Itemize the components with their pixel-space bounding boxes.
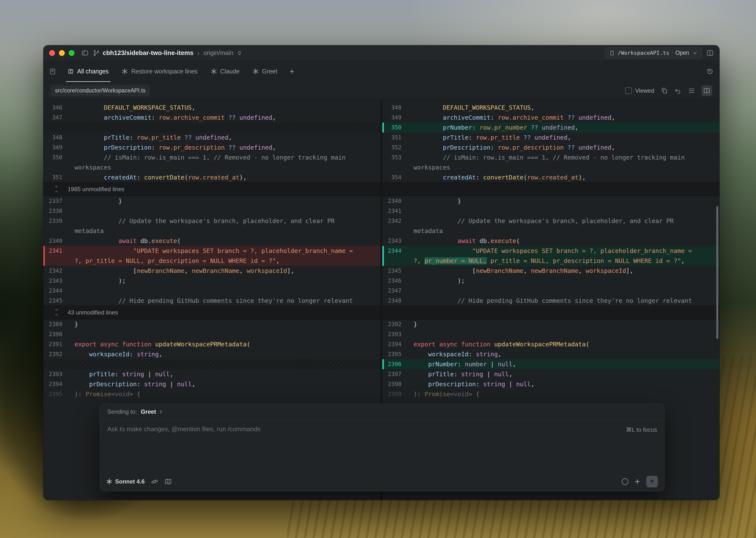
- diff-row: 2398 prDescription: string | null,: [382, 379, 720, 389]
- sparkle-icon: [106, 479, 112, 484]
- code-line: [407, 286, 720, 296]
- line-number: 2346: [384, 276, 407, 286]
- toolbar-actions: Viewed: [625, 85, 712, 96]
- pill-open-label[interactable]: Open: [675, 50, 689, 56]
- layout-columns-icon[interactable]: [706, 49, 714, 57]
- scrollbar-thumb[interactable]: [716, 206, 718, 339]
- line-number: 349: [384, 113, 407, 123]
- diff-row: 2348 // Hide pending GitHub comments sin…: [382, 296, 720, 306]
- code-line: // Hide pending GitHub comments since th…: [68, 296, 380, 306]
- tab-claude[interactable]: Claude: [205, 61, 245, 82]
- arrow-up-icon: [649, 478, 655, 485]
- line-number: 2394: [384, 339, 407, 349]
- line-number: [45, 123, 68, 133]
- diff-row: 347 archiveCommit: row.archive_commit ??…: [43, 113, 380, 123]
- line-number: 2337: [45, 196, 68, 206]
- code-line: [newBranchName, newBranchName, workspace…: [407, 266, 720, 276]
- code-line: // Hide pending GitHub comments since th…: [407, 296, 720, 306]
- line-number: [45, 162, 68, 173]
- code-line: prTitle: row.pr_title ?? undefined,: [407, 133, 720, 142]
- expand-up-button[interactable]: [54, 189, 59, 194]
- tab-all-changes[interactable]: All changes: [62, 61, 114, 82]
- diff-row: 346 DEFAULT_WORKSPACE_STATUS,: [43, 103, 380, 113]
- model-name: Sonnet 4.6: [115, 478, 145, 485]
- chat-header: Sending to: Greet: [100, 404, 664, 419]
- diff-row: ?, pr_number = NULL, pr_title = NULL, pr…: [382, 256, 720, 266]
- code-line: [407, 329, 720, 339]
- minimize-window-button[interactable]: [59, 50, 65, 56]
- close-window-button[interactable]: [49, 50, 55, 56]
- viewed-checkbox[interactable]: [625, 87, 632, 94]
- code-line: prNumber: number | null,: [407, 359, 720, 369]
- send-target-value: Greet: [141, 408, 156, 415]
- expand-controls: [49, 185, 64, 194]
- copy-icon[interactable]: [661, 87, 668, 94]
- code-line: prTitle: string | null,: [68, 369, 380, 379]
- code-line: [68, 359, 380, 369]
- code-line: prTitle: row.pr_title ?? undefined,: [68, 133, 380, 142]
- app-window: cbh123/sidebar-two-line-items › origin/m…: [43, 45, 720, 500]
- new-tab-button[interactable]: +: [284, 67, 299, 76]
- code-line: await db.execute(: [68, 236, 380, 246]
- line-number: 349: [45, 142, 68, 152]
- code-line: ): Promise<void> {: [407, 389, 720, 399]
- open-file-pill[interactable]: /WorkspaceAPI.ts Open: [605, 47, 702, 59]
- branch-name[interactable]: origin/main: [204, 49, 233, 56]
- history-icon[interactable]: [706, 68, 714, 75]
- code-line: prDescription: row.pr_description ?? und…: [68, 142, 380, 152]
- line-number: 2398: [384, 379, 407, 389]
- line-number: 2396: [384, 359, 407, 369]
- usage-ring-icon: [622, 478, 628, 485]
- tab-restore-workspace-lines[interactable]: Restore workspace lines: [116, 61, 203, 82]
- code-line: ?, pr_title = NULL, pr_description = NUL…: [68, 256, 380, 266]
- model-selector[interactable]: Sonnet 4.6: [106, 478, 145, 485]
- diff-row: 2339 // Update the workspace's branch, p…: [43, 216, 380, 226]
- diff-row: 351 prTitle: row.pr_title ?? undefined,: [382, 133, 720, 142]
- window-titlebar: cbh123/sidebar-two-line-items › origin/m…: [43, 45, 720, 61]
- sending-to-label: Sending to:: [107, 408, 137, 415]
- diff-row: 354 createdAt: convertDate(row.created_a…: [382, 173, 720, 183]
- send-button[interactable]: [646, 476, 658, 487]
- line-number: 2391: [45, 339, 68, 349]
- diff-gap-row: [43, 359, 380, 369]
- line-number: 2389: [45, 319, 68, 329]
- code-line: await db.execute(: [407, 236, 720, 246]
- line-number: 2345: [384, 266, 407, 276]
- diff-row: 2342 // Update the workspace's branch, p…: [382, 216, 720, 226]
- file-path-chip[interactable]: src/core/conductor/WorkspaceAPI.ts: [51, 85, 150, 96]
- split-view-icon[interactable]: [701, 85, 712, 96]
- branch-select-chevrons-icon[interactable]: [236, 50, 243, 56]
- diff-icon: [68, 68, 74, 75]
- chat-input[interactable]: [107, 425, 570, 459]
- attach-plus-icon[interactable]: +: [635, 477, 640, 486]
- code-line: ?, pr_number = NULL, pr_title = NULL, pr…: [407, 256, 720, 266]
- code-line: workspaces: [68, 162, 380, 173]
- diff-row: 2393 prTitle: string | null,: [43, 369, 380, 379]
- tab-greet[interactable]: Greet: [247, 61, 283, 82]
- repo-name[interactable]: cbh123/sidebar-two-line-items: [103, 49, 194, 57]
- sidebar-toggle-icon[interactable]: [81, 49, 88, 57]
- zoom-window-button[interactable]: [69, 50, 75, 56]
- files-icon[interactable]: [49, 68, 56, 75]
- code-line: }: [68, 319, 380, 329]
- line-number: 2340: [384, 196, 407, 206]
- expand-up-button[interactable]: [54, 312, 59, 317]
- expand-down-button[interactable]: [54, 185, 59, 189]
- line-number: 2344: [384, 246, 407, 256]
- code-line: export async function updateWorkspacePRM…: [68, 339, 380, 349]
- code-line: [newBranchName, newBranchName, workspace…: [68, 266, 380, 276]
- code-line: }: [68, 196, 380, 206]
- pill-file-name: /WorkspaceAPI.ts: [618, 50, 669, 56]
- line-number: 2341: [384, 206, 407, 216]
- diff-row: 2394export async function updateWorkspac…: [382, 339, 720, 349]
- send-target-select[interactable]: Greet: [141, 408, 163, 415]
- line-number: 347: [45, 113, 68, 123]
- expand-down-button[interactable]: [54, 308, 59, 312]
- code-line: }: [407, 319, 720, 329]
- line-number: 2393: [45, 369, 68, 379]
- orbit-icon[interactable]: [151, 478, 158, 485]
- undo-icon[interactable]: [674, 87, 681, 94]
- map-icon[interactable]: [164, 478, 172, 485]
- unified-view-icon[interactable]: [688, 87, 695, 94]
- code-line: prDescription: string | null,: [407, 379, 720, 389]
